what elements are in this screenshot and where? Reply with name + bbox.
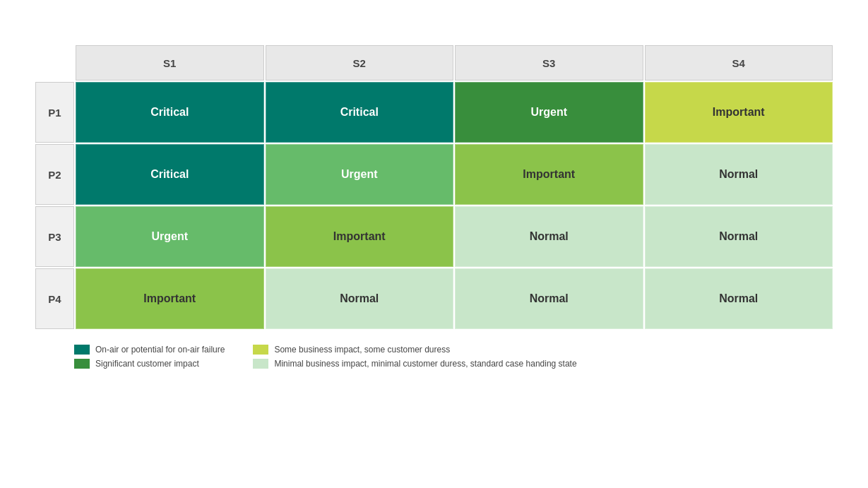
- cell-p3-s3: Normal: [455, 206, 643, 267]
- col-header-s4: S4: [645, 45, 833, 81]
- row-header-p2: P2: [35, 144, 74, 205]
- legend-label: On-air or potential for on-air failure: [95, 345, 225, 355]
- legend-swatch: [253, 359, 268, 369]
- cell-p1-s3: Urgent: [455, 82, 643, 143]
- legend-item: Minimal business impact, minimal custome…: [253, 359, 576, 369]
- grid-rows: CriticalCriticalUrgentImportantCriticalU…: [74, 82, 833, 329]
- row-header-p3: P3: [35, 206, 74, 267]
- legend-swatch: [253, 345, 268, 355]
- legend-item: Some business impact, some customer dure…: [253, 345, 576, 355]
- cell-p1-s2: Critical: [266, 82, 454, 143]
- legend-label: Some business impact, some customer dure…: [274, 345, 450, 355]
- row-header-p1: P1: [35, 82, 74, 143]
- grid-row-p3: UrgentImportantNormalNormal: [76, 206, 833, 267]
- cell-p2-s1: Critical: [76, 144, 264, 205]
- col-header-s3: S3: [455, 45, 643, 81]
- cell-p3-s4: Normal: [645, 206, 833, 267]
- legend-item: Significant customer impact: [74, 359, 225, 369]
- row-header-p4: P4: [35, 268, 74, 329]
- cell-p4-s3: Normal: [455, 268, 643, 329]
- cell-p2-s4: Normal: [645, 144, 833, 205]
- col-headers: S1S2S3S4: [76, 45, 833, 81]
- cell-p3-s1: Urgent: [76, 206, 264, 267]
- grid-row-p1: CriticalCriticalUrgentImportant: [76, 82, 833, 143]
- legend: On-air or potential for on-air failureSi…: [35, 345, 833, 369]
- legend-item: On-air or potential for on-air failure: [74, 345, 225, 355]
- cell-p3-s2: Important: [266, 206, 454, 267]
- grid-row-p4: ImportantNormalNormalNormal: [76, 268, 833, 329]
- cell-p2-s3: Important: [455, 144, 643, 205]
- legend-label: Significant customer impact: [95, 359, 199, 369]
- legend-swatch: [74, 345, 90, 355]
- legend-swatch: [74, 359, 90, 369]
- legend-left: On-air or potential for on-air failureSi…: [74, 345, 225, 369]
- cell-p4-s4: Normal: [645, 268, 833, 329]
- cell-p1-s1: Critical: [76, 82, 264, 143]
- col-header-s1: S1: [76, 45, 264, 81]
- grid-row-p2: CriticalUrgentImportantNormal: [76, 144, 833, 205]
- row-headers: P1P2P3P4: [35, 82, 74, 331]
- matrix-grid: S1S2S3S4 CriticalCriticalUrgentImportant…: [74, 45, 833, 331]
- matrix-wrapper: P1P2P3P4 S1S2S3S4 CriticalCriticalUrgent…: [35, 45, 833, 331]
- legend-label: Minimal business impact, minimal custome…: [274, 359, 576, 369]
- cell-p4-s1: Important: [76, 268, 264, 329]
- col-header-s2: S2: [266, 45, 454, 81]
- cell-p1-s4: Important: [645, 82, 833, 143]
- cell-p2-s2: Urgent: [266, 144, 454, 205]
- legend-right: Some business impact, some customer dure…: [253, 345, 576, 369]
- cell-p4-s2: Normal: [266, 268, 454, 329]
